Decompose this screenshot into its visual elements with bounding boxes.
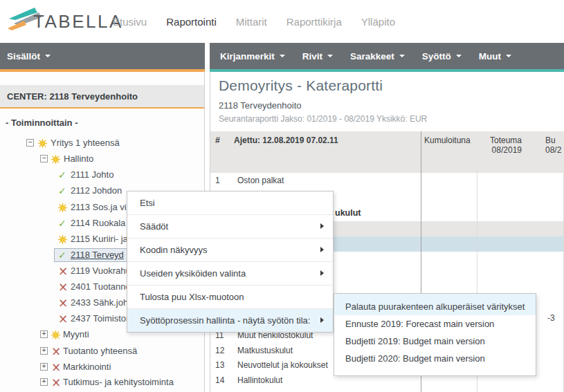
logo-text: TABELLA — [33, 11, 123, 32]
sun-icon — [58, 203, 67, 212]
tree-item[interactable]: +×Tuotanto yhteensä — [0, 344, 204, 359]
row-label: Hallintokulut — [237, 375, 282, 386]
toolbar-menu-label: Rivit — [302, 51, 322, 62]
context-menu-item-label: Koodin näkyvyys — [140, 245, 208, 255]
expand-plus-icon[interactable]: + — [40, 378, 48, 386]
tree-item[interactable]: −Yritys 1 yhteensä — [0, 136, 204, 151]
toolbar-menu-label: Muut — [479, 51, 501, 62]
chevron-down-icon — [399, 55, 405, 57]
row-label: ukulut — [335, 207, 361, 218]
context-menu-item-label: Säädöt — [140, 221, 168, 232]
sun-icon — [51, 327, 60, 342]
toolbar-menu-rivit[interactable]: Rivit — [302, 51, 333, 62]
toolbar-menu-kirjanmerkit[interactable]: Kirjanmerkit — [220, 51, 285, 62]
submenu-item[interactable]: Budjetti 2020: Budget main version — [334, 350, 536, 367]
submenu-item[interactable]: Palauta puurakenteen alkuperäiset värity… — [334, 294, 536, 315]
cell-value: -3 — [547, 313, 555, 323]
tree-item-label[interactable]: 2115 Kuriiri- ja — [71, 232, 128, 247]
tree-item-label[interactable]: 2113 Sos.ja vi — [71, 200, 127, 215]
submenu-item[interactable]: Budjetti 2019: Budget main version — [334, 333, 536, 350]
tree-item-label[interactable]: 2119 Vuokrahu — [71, 263, 131, 279]
tree-item[interactable]: −Hallinto — [0, 151, 204, 167]
check-icon: ✓ — [58, 183, 66, 198]
context-menu-item-label: Tulosta puu Xlsx-muotoon — [140, 292, 244, 302]
tree-item-label[interactable]: 2433 Sähk.joh — [71, 295, 128, 310]
tree-item-label[interactable]: 2437 Toimistor — [71, 311, 129, 326]
tree-item-label[interactable]: 2112 Johdon — [71, 183, 122, 198]
context-menu-item[interactable]: Koodin näkyvyys — [127, 238, 333, 261]
context-submenu: Palauta puurakenteen alkuperäiset värity… — [334, 293, 536, 376]
check-icon: ✓ — [58, 248, 66, 263]
chevron-down-icon — [506, 55, 511, 57]
tree-item-label[interactable]: 2111 Johto — [71, 167, 113, 183]
row-number: 14 — [215, 375, 224, 386]
expand-minus-icon[interactable]: − — [40, 155, 48, 162]
context-menu-item[interactable]: Syöttöprosessin hallinta - näytä syötön … — [127, 308, 333, 332]
context-menu-item-label: Etsi — [140, 198, 155, 208]
tree-item-label[interactable]: Markkinointi — [63, 360, 111, 375]
logo[interactable]: TABELLA — [6, 6, 123, 37]
toolbar-menu-label: Sarakkeet — [350, 51, 394, 62]
context-menu-item[interactable]: Useiden yksiköiden valinta — [127, 261, 333, 285]
sisallot-menu-button[interactable]: Sisällöt — [7, 51, 51, 62]
row-label: Matkustuskulut — [237, 345, 293, 356]
toolbar-menu-label: Kirjanmerkit — [220, 51, 275, 62]
toolbar-menu-muut[interactable]: Muut — [479, 51, 511, 62]
tree-item-label[interactable]: Tutkimus- ja kehitystoiminta — [63, 375, 174, 390]
cross-icon: × — [51, 344, 61, 359]
nav-item-mittarit[interactable]: Mittarit — [236, 16, 267, 28]
tree-item-label[interactable]: 2118 Terveyd — [71, 248, 124, 263]
nav-item-ylläpito[interactable]: Ylläpito — [361, 16, 395, 28]
submenu-arrow-icon — [320, 223, 324, 229]
tree-item[interactable]: ✓2111 Johto — [0, 167, 204, 183]
toolbar-menu-sarakkeet[interactable]: Sarakkeet — [350, 51, 405, 62]
expand-plus-icon[interactable]: + — [40, 347, 48, 355]
tree-item-label[interactable]: 2401 Tuotanno — [71, 279, 131, 295]
col-run-label: Ajettu: 12.08.2019 07.02.11 — [234, 136, 338, 145]
sun-icon — [51, 155, 60, 164]
tree-item-label[interactable]: Hallinto — [64, 151, 93, 167]
tree-item[interactable]: +×Tutkimus- ja kehitystoiminta — [0, 375, 204, 390]
nav-item-raportointi[interactable]: Raportointi — [166, 16, 217, 28]
report-toolbar: KirjanmerkitRivitSarakkeetSyöttöMuut — [210, 43, 564, 72]
tree-item[interactable]: +× — [0, 389, 204, 392]
context-menu-item-label: Syöttöprosessin hallinta - näytä syötön … — [140, 315, 310, 326]
tree-item-label[interactable]: Yritys 1 yhteensä — [51, 136, 120, 151]
context-menu-item-label: Useiden yksiköiden valinta — [140, 268, 246, 279]
tree-item-label[interactable]: Tuotanto yhteensä — [63, 344, 137, 359]
row-number: 13 — [215, 360, 224, 371]
expand-plus-icon[interactable]: + — [40, 330, 48, 338]
submenu-arrow-icon — [320, 270, 324, 276]
context-menu-item[interactable]: Säädöt — [127, 214, 333, 238]
submenu-arrow-icon — [320, 317, 324, 323]
chevron-down-icon — [45, 55, 51, 57]
main-nav: EtusivuRaportointiMittaritRaporttikirjaY… — [113, 0, 395, 43]
table-header: # Ajettu: 12.08.2019 07.02.11 Kumuloitun… — [210, 131, 564, 173]
app-window: TABELLA EtusivuRaportointiMittaritRaport… — [0, 0, 564, 392]
nav-item-raporttikirja[interactable]: Raporttikirja — [286, 16, 342, 28]
sisallot-label: Sisällöt — [7, 51, 40, 62]
cross-icon: × — [58, 263, 68, 279]
context-menu-item[interactable]: Tulosta puu Xlsx-muotoon — [127, 285, 333, 308]
tree-item-label[interactable]: Myynti — [63, 327, 89, 342]
sun-icon — [58, 235, 67, 244]
sun-icon — [58, 232, 67, 247]
report-subtitle: 2118 Terveydenhoito — [219, 100, 302, 111]
tree-title: - Toiminnoittain - — [6, 118, 78, 128]
center-header-label: CENTER: 2118 Terveydenhoito — [7, 91, 138, 102]
cross-icon: × — [58, 295, 68, 310]
cross-icon: × — [51, 375, 61, 390]
toolbar-menu-syöttö[interactable]: Syöttö — [422, 51, 462, 62]
row-number: 1 — [215, 175, 220, 186]
tree-item-label[interactable]: 2114 Ruokala — [71, 216, 125, 231]
submenu-item[interactable]: Ennuste 2019: Forecast main version — [334, 315, 536, 333]
context-menu-item[interactable]: Etsi — [127, 192, 333, 214]
tree-item[interactable]: +×Markkinointi — [0, 360, 204, 375]
row-number: 12 — [215, 345, 224, 356]
expand-minus-icon[interactable]: − — [26, 139, 34, 147]
expand-plus-icon[interactable]: + — [40, 363, 48, 371]
col-budjetti: Bu08/2 — [545, 136, 561, 155]
row-label: Neuvottelut ja kokoukset — [237, 360, 328, 371]
cross-icon: × — [51, 389, 61, 392]
nav-item-etusivu[interactable]: Etusivu — [113, 16, 147, 28]
